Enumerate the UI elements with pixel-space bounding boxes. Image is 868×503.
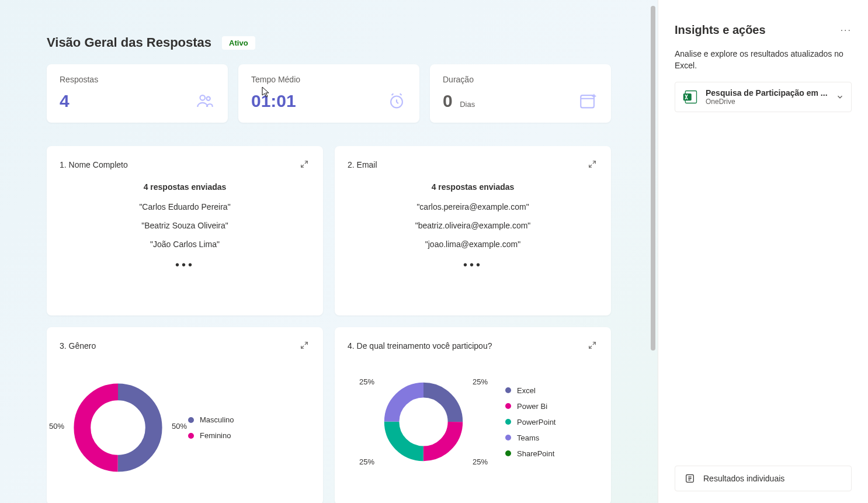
response-item: "João Carlos Lima": [60, 240, 310, 249]
legend-label: Feminino: [200, 431, 231, 440]
stat-label: Tempo Médio: [251, 75, 407, 84]
more-options-button[interactable]: ···: [841, 25, 852, 36]
chart-legend: Masculino Feminino: [188, 415, 234, 440]
chevron-down-icon: [836, 93, 844, 101]
pct-label: 25%: [473, 457, 488, 466]
legend-item: Excel: [505, 386, 555, 395]
chart-legend: Excel Power Bi PowerPoint Teams SharePoi…: [505, 386, 555, 458]
excel-file-card[interactable]: Pesquisa de Participação em ... OneDrive: [675, 82, 852, 112]
more-responses-button[interactable]: •••: [60, 258, 310, 272]
stat-card-duration: Duração 0 Dias: [430, 64, 611, 123]
legend-item: Feminino: [188, 431, 234, 440]
stat-value: 01:01: [251, 91, 296, 111]
pct-label: 50%: [49, 422, 64, 431]
excel-icon: [682, 89, 699, 105]
response-item: "carlos.pereira@example.com": [348, 202, 598, 211]
clock-icon: [387, 91, 407, 111]
legend-label: Teams: [517, 433, 539, 442]
calendar-sparkle-icon: [578, 91, 598, 111]
stat-label: Respostas: [60, 75, 215, 84]
individual-results-label: Resultados individuais: [703, 474, 784, 483]
list-icon: [685, 473, 695, 484]
individual-results-button[interactable]: Resultados individuais: [675, 466, 852, 491]
expand-button[interactable]: [298, 340, 310, 352]
svg-rect-11: [683, 93, 692, 100]
legend-item: Power Bi: [505, 402, 555, 411]
legend-item: Masculino: [188, 415, 234, 424]
expand-icon: [300, 341, 308, 349]
response-summary: 4 respostas enviadas: [60, 182, 310, 192]
legend-label: Masculino: [200, 415, 234, 424]
expand-button[interactable]: [586, 159, 598, 171]
stat-value: 0: [443, 91, 453, 110]
legend-label: Excel: [517, 386, 536, 395]
expand-icon: [300, 160, 308, 168]
pct-label: 25%: [359, 377, 374, 386]
svg-point-1: [207, 97, 210, 100]
expand-button[interactable]: [586, 340, 598, 352]
pct-label: 50%: [172, 422, 187, 431]
response-item: "Beatriz Souza Oliveira": [60, 221, 310, 230]
side-panel-description: Analise e explore os resultados atualiza…: [675, 48, 852, 71]
side-panel-title: Insights e ações: [675, 23, 766, 37]
stat-value: 4: [60, 91, 70, 111]
question-title: 2. Email: [348, 160, 377, 169]
question-card-genero: 3. Gênero 50% 50% Masc: [47, 327, 323, 503]
question-card-nome: 1. Nome Completo 4 respostas enviadas "C…: [47, 146, 323, 315]
question-title: 4. De qual treinamento você participou?: [348, 341, 492, 351]
expand-icon: [588, 160, 596, 168]
stat-label: Duração: [443, 75, 598, 84]
legend-label: SharePoint: [517, 449, 554, 458]
legend-item: SharePoint: [505, 449, 555, 458]
legend-label: PowerPoint: [517, 418, 555, 426]
legend-label: Power Bi: [517, 402, 547, 411]
stat-card-avg-time: Tempo Médio 01:01: [238, 64, 419, 123]
expand-button[interactable]: [298, 159, 310, 171]
response-item: "joao.lima@example.com": [348, 240, 598, 249]
response-item: "beatriz.oliveira@example.com": [348, 221, 598, 230]
question-title: 3. Gênero: [60, 341, 96, 351]
file-location: OneDrive: [706, 98, 829, 106]
svg-point-0: [200, 95, 206, 100]
response-item: "Carlos Eduardo Pereira": [60, 202, 310, 211]
stat-unit: Dias: [460, 100, 475, 109]
question-card-treinamento: 4. De qual treinamento você participou?: [335, 327, 611, 503]
more-responses-button[interactable]: •••: [348, 258, 598, 272]
pct-label: 25%: [359, 457, 374, 466]
legend-item: PowerPoint: [505, 418, 555, 426]
pct-label: 25%: [473, 377, 488, 386]
insights-panel: Insights e ações ··· Analise e explore o…: [658, 0, 868, 503]
expand-icon: [588, 341, 596, 349]
legend-item: Teams: [505, 433, 555, 442]
status-badge: Ativo: [222, 36, 255, 50]
people-icon: [195, 91, 215, 111]
response-summary: 4 respostas enviadas: [348, 182, 598, 192]
svg-rect-3: [581, 95, 594, 107]
question-title: 1. Nome Completo: [60, 160, 128, 169]
donut-chart-genero: 50% 50%: [65, 375, 171, 480]
question-card-email: 2. Email 4 respostas enviadas "carlos.pe…: [335, 146, 611, 315]
stat-card-responses: Respostas 4: [47, 64, 228, 123]
scrollbar[interactable]: [651, 6, 655, 351]
donut-chart-treinamento: 25% 25% 25% 25%: [377, 375, 470, 469]
file-name: Pesquisa de Participação em ...: [706, 88, 829, 98]
page-title: Visão Geral das Respostas: [47, 35, 211, 50]
